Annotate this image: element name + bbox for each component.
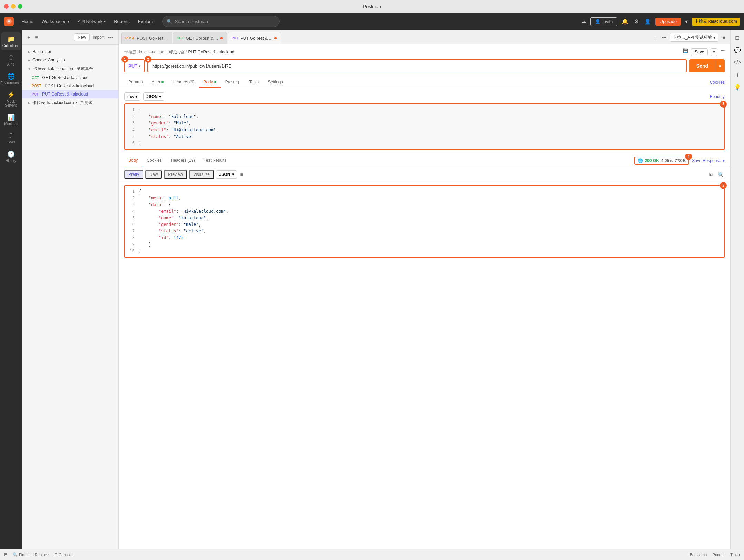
response-format-select[interactable]: JSON ▾ (216, 170, 237, 179)
tab-dot-get (220, 37, 223, 39)
save-button[interactable]: Save (691, 48, 708, 56)
req-tab-settings[interactable]: Settings (264, 77, 287, 88)
bottom-panel-icon[interactable]: ⊞ (4, 552, 7, 557)
tree-item-production[interactable]: ▶ 卡拉云_kalacloud.com_生产测试 (22, 98, 118, 108)
more-options-icon[interactable]: ••• (720, 48, 725, 56)
chevron-down-icon: ▾ (68, 20, 69, 23)
body-code-editor[interactable]: 3 1{ 2 "name": "kalacloud", 3 "gender": … (124, 103, 725, 150)
sidebar-item-flows[interactable]: ⤴ Flows (1, 129, 21, 147)
copy-icon[interactable]: ⧉ (708, 171, 714, 179)
req-tab-body[interactable]: Body (199, 77, 220, 88)
sidebar-item-mock-servers[interactable]: ⚡ Mock Servers (1, 88, 21, 110)
format-preview-button[interactable]: Preview (164, 170, 187, 179)
resp-tab-test-results[interactable]: Test Results (200, 155, 231, 166)
save-response-button[interactable]: Save Response ▾ (692, 158, 725, 163)
sidebar-icons: 📁 Collections ⬡ APIs 🌐 Environments ⚡ Mo… (0, 30, 22, 549)
flows-icon: ⤴ (9, 132, 12, 139)
tree-item-get-gorest[interactable]: GET GET GoRest & kalacloud (22, 73, 118, 82)
body-format-select[interactable]: JSON ▾ (143, 92, 164, 101)
settings-icon[interactable]: ⚙ (633, 17, 640, 26)
runner-button[interactable]: Runner (712, 553, 725, 557)
format-visualize-button[interactable]: Visualize (189, 170, 214, 179)
beautify-button[interactable]: Beautify (710, 94, 725, 99)
invite-button[interactable]: 👤 Invite (590, 17, 617, 26)
format-pretty-button[interactable]: Pretty (124, 170, 143, 179)
sidebar-item-apis[interactable]: ⬡ APIs (1, 51, 21, 69)
send-arrow-button[interactable]: ▾ (715, 59, 725, 72)
tab-get[interactable]: GET GET GoRest & ... (173, 32, 227, 44)
req-tab-tests[interactable]: Tests (245, 77, 263, 88)
nav-workspaces[interactable]: Workspaces ▾ (38, 17, 73, 26)
bell-icon[interactable]: 🔔 (620, 17, 630, 26)
eye-icon[interactable]: 👁 (721, 34, 727, 41)
nav-home[interactable]: Home (18, 17, 37, 26)
add-icon[interactable]: + (26, 33, 31, 41)
code-icon[interactable]: </> (732, 57, 743, 68)
search-icon: 🔍 (13, 552, 18, 557)
sidebar-item-environments[interactable]: 🌐 Environments (1, 70, 21, 88)
sidebar-item-history[interactable]: 🕐 History (1, 148, 21, 166)
more-icon[interactable]: ••• (107, 33, 114, 41)
bootcamp-button[interactable]: Bootcamp (690, 553, 707, 557)
format-raw-button[interactable]: Raw (145, 170, 162, 179)
console-button[interactable]: ⊡ Console (54, 552, 72, 557)
send-button[interactable]: Send (689, 59, 715, 72)
more-tabs-icon[interactable]: ••• (660, 34, 668, 41)
tab-put[interactable]: PUT PUT GoRest & ... (228, 32, 281, 44)
new-tab-icon[interactable]: + (654, 34, 658, 41)
req-tab-headers[interactable]: Headers (9) (168, 77, 198, 88)
search-bar[interactable]: 🔍 Search Postman (162, 16, 280, 27)
search-icon[interactable]: 🔍 (717, 171, 725, 179)
tree-item-put-gorest[interactable]: PUT PUT GoRest & kalacloud (22, 90, 118, 98)
profile-icon[interactable]: 👤 (643, 17, 653, 26)
maximize-button[interactable] (18, 4, 22, 9)
close-button[interactable] (4, 4, 9, 9)
search-placeholder: Search Postman (175, 19, 208, 24)
tree-item-kalacloud[interactable]: ▼ 卡拉云_kalacloud.com_测试集合 (22, 64, 118, 73)
post-method-badge: POST (30, 84, 42, 88)
right-pane-icon[interactable]: ⊟ (732, 32, 743, 43)
save-icon[interactable]: 💾 1 (683, 48, 688, 56)
tree-item-post-gorest[interactable]: POST POST GoRest & kalacloud (22, 82, 118, 90)
find-replace-button[interactable]: 🔍 Find and Replace (13, 552, 49, 557)
req-tab-prereq[interactable]: Pre-req. (221, 77, 244, 88)
request-row: 1 PUT ▾ 2 Send ▾ (124, 59, 725, 72)
import-button[interactable]: Import (92, 35, 104, 40)
badge-4: 4 (685, 154, 692, 160)
filter-icon[interactable]: ≡ (34, 33, 39, 41)
resp-tab-body[interactable]: Body (124, 155, 142, 166)
minimize-button[interactable] (11, 4, 16, 9)
nav-explore[interactable]: Explore (135, 17, 157, 26)
req-tab-params[interactable]: Params (124, 77, 147, 88)
format-icon[interactable]: ≡ (239, 171, 244, 178)
sync-icon[interactable]: ☁ (579, 17, 588, 26)
url-input[interactable] (147, 59, 687, 72)
code-line: 3 "gender": "Male", (128, 120, 721, 127)
chevron-down-icon[interactable]: ▾ (684, 17, 689, 26)
upgrade-button[interactable]: Upgrade (655, 18, 681, 26)
resp-tab-cookies[interactable]: Cookies (143, 155, 166, 166)
resp-line: 5 "name": "kalacloud", (128, 215, 721, 221)
app-logo[interactable] (4, 17, 14, 26)
resp-tab-headers[interactable]: Headers (19) (167, 155, 199, 166)
req-tab-auth[interactable]: Auth (147, 77, 168, 88)
new-button[interactable]: New (74, 33, 90, 41)
chat-icon[interactable]: 💬 (732, 45, 743, 55)
tree-item-baidu[interactable]: ▶ Baidu_api (22, 48, 118, 56)
chevron-down-icon: ▾ (104, 20, 106, 23)
body-type-select[interactable]: raw ▾ (124, 92, 140, 101)
response-body-border: 5 1{ 2 "meta": null, 3 "data": { 4 "emai… (124, 185, 725, 258)
chevron-down-icon[interactable]: ▾ (711, 48, 717, 56)
env-selector[interactable]: 卡拉云_API 测试环境 ▾ (670, 33, 718, 42)
info-icon[interactable]: ℹ (732, 70, 743, 80)
cookies-button[interactable]: Cookies (710, 80, 725, 85)
sidebar-item-monitors[interactable]: 📊 Monitors (1, 111, 21, 129)
nav-reports[interactable]: Reports (110, 17, 133, 26)
tab-post[interactable]: POST POST GoRest ... (121, 32, 172, 44)
tree-item-google[interactable]: ▶ Google_Analytics (22, 56, 118, 64)
chevron-right-icon: ▶ (28, 58, 30, 62)
nav-api-network[interactable]: API Network ▾ (74, 17, 109, 26)
sidebar-item-collections[interactable]: 📁 Collections (1, 32, 21, 50)
trash-button[interactable]: Trash (730, 553, 740, 557)
lightbulb-icon[interactable]: 💡 (732, 82, 743, 92)
